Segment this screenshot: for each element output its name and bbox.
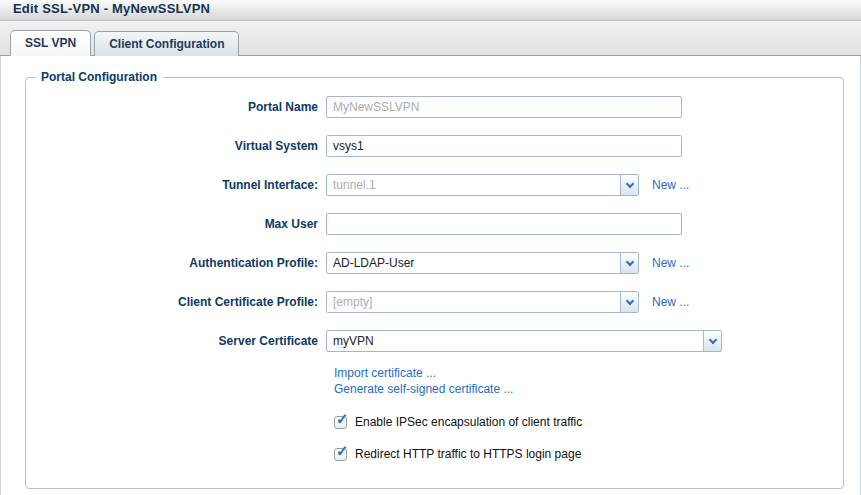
portal-configuration-section: Portal Configuration Portal Name Virtual… [25, 70, 844, 489]
chevron-down-icon[interactable] [703, 331, 721, 351]
authentication-profile-value: AD-LDAP-User [327, 253, 620, 273]
tab-ssl-vpn[interactable]: SSL VPN [10, 30, 91, 56]
tunnel-interface-row: Tunnel Interface: tunnel.1 New ... [26, 174, 843, 196]
checkmark-icon: ✓ [336, 410, 349, 428]
portal-configuration-legend: Portal Configuration [35, 70, 163, 84]
tab-bar: SSL VPN Client Configuration [0, 21, 861, 56]
server-certificate-value: myVPN [327, 331, 703, 351]
authentication-profile-select[interactable]: AD-LDAP-User [326, 252, 639, 274]
tunnel-interface-new-link[interactable]: New ... [652, 178, 689, 192]
virtual-system-row: Virtual System [26, 135, 843, 157]
virtual-system-input[interactable] [326, 135, 682, 157]
portal-name-row: Portal Name [26, 96, 843, 118]
dialog-titlebar: Edit SSL-VPN - MyNewSSLVPN [0, 0, 861, 21]
max-user-row: Max User [26, 213, 843, 235]
tunnel-interface-label: Tunnel Interface: [26, 178, 326, 192]
portal-name-input[interactable] [326, 96, 682, 118]
redirect-https-label: Redirect HTTP traffic to HTTPS login pag… [355, 447, 581, 461]
tab-client-configuration[interactable]: Client Configuration [94, 31, 239, 56]
client-certificate-profile-row: Client Certificate Profile: [empty] New … [26, 291, 843, 313]
redirect-https-checkbox[interactable]: ✓ [334, 448, 347, 461]
import-certificate-link[interactable]: Import certificate ... [334, 365, 843, 381]
checkmark-icon: ✓ [336, 442, 349, 460]
max-user-label: Max User [26, 217, 326, 231]
tab-ssl-vpn-label: SSL VPN [25, 36, 76, 50]
client-certificate-profile-new-link[interactable]: New ... [652, 295, 689, 309]
chevron-down-icon[interactable] [620, 253, 638, 273]
redirect-https-row: ✓ Redirect HTTP traffic to HTTPS login p… [334, 447, 843, 461]
edit-sslvpn-dialog: Edit SSL-VPN - MyNewSSLVPN SSL VPN Clien… [0, 0, 861, 495]
certificate-links: Import certificate ... Generate self-sig… [334, 365, 843, 397]
client-certificate-profile-label: Client Certificate Profile: [26, 295, 326, 309]
tab-client-configuration-label: Client Configuration [109, 37, 224, 51]
chevron-down-icon[interactable] [620, 175, 638, 195]
tab-content: Portal Configuration Portal Name Virtual… [0, 56, 861, 495]
dialog-title: Edit SSL-VPN - MyNewSSLVPN [13, 0, 210, 18]
portal-name-label: Portal Name [26, 100, 326, 114]
max-user-input[interactable] [326, 213, 682, 235]
tunnel-interface-value: tunnel.1 [327, 175, 620, 195]
tunnel-interface-select[interactable]: tunnel.1 [326, 174, 639, 196]
authentication-profile-row: Authentication Profile: AD-LDAP-User New… [26, 252, 843, 274]
ipsec-encapsulation-label: Enable IPSec encapsulation of client tra… [355, 415, 582, 429]
server-certificate-select[interactable]: myVPN [326, 330, 722, 352]
client-certificate-profile-value: [empty] [327, 292, 620, 312]
authentication-profile-label: Authentication Profile: [26, 256, 326, 270]
generate-self-signed-certificate-link[interactable]: Generate self-signed certificate ... [334, 381, 843, 397]
client-certificate-profile-select[interactable]: [empty] [326, 291, 639, 313]
chevron-down-icon[interactable] [620, 292, 638, 312]
authentication-profile-new-link[interactable]: New ... [652, 256, 689, 270]
ipsec-encapsulation-checkbox[interactable]: ✓ [334, 416, 347, 429]
server-certificate-row: Server Certificate myVPN [26, 330, 843, 352]
virtual-system-label: Virtual System [26, 139, 326, 153]
server-certificate-label: Server Certificate [26, 334, 326, 348]
ipsec-encapsulation-row: ✓ Enable IPSec encapsulation of client t… [334, 415, 843, 429]
